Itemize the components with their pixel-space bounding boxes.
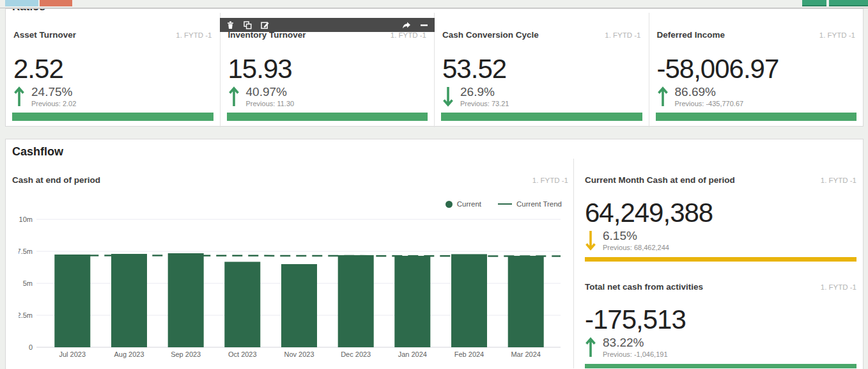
sheet-tab-blue[interactable]	[5, 0, 38, 6]
cashflow-section: Cashflow Cash at end of period 1. FYTD -…	[5, 139, 864, 369]
kpi-accent-bar	[441, 113, 642, 121]
kpi-change-percent: 40.97%	[246, 85, 295, 99]
trend-arrow-icon	[442, 85, 454, 108]
kpi-title: Cash Conversion Cycle	[442, 30, 539, 40]
kpi-change-percent: 86.69%	[675, 85, 744, 99]
ratios-cards-row: Asset Turnover 1. FYTD -1 2.52 24.75% Pr…	[6, 13, 863, 127]
top-action-button-2[interactable]	[829, 0, 868, 6]
chart-legend[interactable]: Current Current Trend	[12, 200, 562, 208]
kpi-card-current-month-cash[interactable]: Current Month Cash at end of period 1. F…	[585, 175, 856, 262]
kpi-period-label: 1. FYTD -1	[605, 31, 640, 39]
trend-arrow-icon	[585, 336, 596, 359]
kpi-card-total-net-cash[interactable]: Total net cash from activities 1. FYTD -…	[585, 282, 856, 368]
svg-text:2.5m: 2.5m	[19, 311, 33, 319]
kpi-accent-bar	[227, 113, 428, 121]
kpi-previous-value: Previous: 2.02	[31, 100, 76, 107]
kpi-title: Deferred Income	[657, 30, 725, 40]
top-action-button-1[interactable]	[802, 0, 826, 6]
kpi-accent-bar	[585, 364, 856, 368]
cashflow-kpi-column: Current Month Cash at end of period 1. F…	[573, 159, 863, 368]
svg-text:Feb 2024: Feb 2024	[454, 350, 484, 358]
kpi-period-label: 1. FYTD -1	[176, 31, 212, 39]
kpi-period-label: 1. FYTD -1	[821, 283, 856, 291]
kpi-value: -58,006.97	[657, 55, 856, 83]
trend-arrow-icon	[585, 229, 596, 252]
top-toolbar	[0, 0, 868, 8]
svg-text:0: 0	[29, 343, 33, 351]
svg-text:Jan 2024: Jan 2024	[398, 350, 427, 358]
kpi-title: Asset Turnover	[13, 30, 76, 40]
kpi-period-label: 1. FYTD -1	[821, 177, 856, 184]
svg-text:5m: 5m	[23, 279, 33, 287]
kpi-card-asset-turnover[interactable]: Asset Turnover 1. FYTD -1 2.52 24.75% Pr…	[6, 13, 221, 127]
chart-period-label: 1. FYTD -1	[532, 177, 568, 184]
trend-arrow-icon	[657, 85, 669, 108]
kpi-card-cash-conversion-cycle[interactable]: Cash Conversion Cycle 1. FYTD -1 53.52 2…	[435, 13, 649, 127]
trend-arrow-icon	[228, 85, 240, 108]
svg-text:Oct 2023: Oct 2023	[228, 350, 257, 358]
cash-chart-widget[interactable]: Cash at end of period 1. FYTD -1 Current…	[6, 159, 573, 368]
legend-current-dot-icon	[446, 201, 453, 208]
svg-text:Nov 2023: Nov 2023	[284, 350, 314, 358]
kpi-previous-value: Previous: -435,770.67	[675, 100, 744, 107]
minimize-icon[interactable]	[419, 20, 428, 29]
svg-text:10m: 10m	[19, 216, 33, 223]
kpi-value: 2.52	[13, 55, 212, 83]
sheet-tab-red[interactable]	[40, 0, 72, 6]
kpi-previous-value: Previous: 11.30	[246, 100, 295, 107]
kpi-value: -175,513	[585, 306, 856, 334]
kpi-title: Current Month Cash at end of period	[585, 175, 735, 185]
share-icon[interactable]	[402, 20, 411, 29]
kpi-period-label: 1. FYTD -1	[391, 31, 426, 39]
trend-arrow-icon	[13, 85, 25, 108]
chart-title: Cash at end of period	[12, 175, 100, 185]
kpi-change-percent: 26.9%	[460, 85, 509, 99]
edit-icon[interactable]	[261, 20, 270, 29]
svg-text:7.5m: 7.5m	[19, 247, 33, 255]
kpi-period-label: 1. FYTD -1	[819, 31, 855, 39]
cash-chart-canvas[interactable]: 02.5m5m7.5m10mJul 2023Aug 2023Sep 2023Oc…	[19, 214, 568, 366]
widget-hover-toolbar	[220, 18, 435, 32]
ratios-section: Ratios Asset Turnover 1. FYTD -1 2.52 24…	[5, 8, 864, 127]
legend-trend-label: Current Trend	[516, 200, 562, 208]
kpi-change-percent: 6.15%	[603, 229, 669, 243]
kpi-card-inventory-turnover[interactable]: Inventory Turnover 1. FYTD -1 15.93 40.9…	[221, 13, 435, 127]
cashflow-section-title: Cashflow	[12, 145, 863, 159]
kpi-previous-value: Previous: -1,046,191	[603, 350, 668, 358]
kpi-accent-bar	[12, 113, 213, 121]
kpi-value: 53.52	[442, 55, 641, 83]
kpi-value: 64,249,388	[585, 199, 856, 227]
svg-text:Dec 2023: Dec 2023	[341, 350, 371, 358]
kpi-accent-bar	[585, 257, 856, 262]
svg-text:Jul 2023: Jul 2023	[59, 350, 86, 358]
duplicate-icon[interactable]	[244, 20, 252, 29]
kpi-value: 15.93	[228, 55, 427, 83]
kpi-change-percent: 24.75%	[31, 85, 76, 99]
kpi-change-percent: 83.22%	[603, 336, 668, 350]
kpi-accent-bar	[656, 113, 857, 121]
kpi-previous-value: Previous: 73.21	[460, 100, 509, 107]
svg-text:Mar 2024: Mar 2024	[511, 350, 540, 358]
legend-current-label: Current	[457, 200, 481, 208]
svg-text:Sep 2023: Sep 2023	[171, 350, 201, 358]
trash-icon[interactable]	[226, 20, 235, 29]
kpi-previous-value: Previous: 68,462,244	[603, 244, 669, 251]
kpi-title: Total net cash from activities	[585, 282, 703, 292]
legend-trend-line-icon	[498, 203, 512, 205]
kpi-card-deferred-income[interactable]: Deferred Income 1. FYTD -1 -58,006.97 86…	[649, 13, 864, 127]
svg-text:Aug 2023: Aug 2023	[114, 350, 144, 358]
